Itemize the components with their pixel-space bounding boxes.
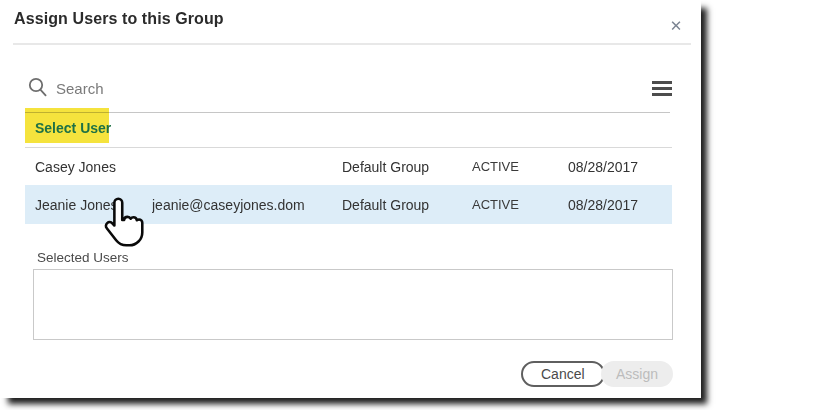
select-user-label: Select User: [35, 120, 111, 136]
hamburger-bar: [652, 87, 672, 90]
user-name: Jeanie Jones: [25, 197, 152, 213]
page: Assign Users to this Group ✕ Select User…: [0, 0, 831, 410]
selected-users-box[interactable]: [33, 269, 673, 340]
user-name: Casey Jones: [25, 159, 152, 175]
user-date: 08/28/2017: [568, 159, 672, 175]
search-icon: [27, 76, 48, 103]
search-input[interactable]: [56, 76, 356, 100]
assign-button[interactable]: Assign: [601, 361, 673, 387]
hamburger-bar: [652, 81, 672, 84]
assign-users-dialog: Assign Users to this Group ✕ Select User…: [0, 0, 701, 398]
table-row-casey-jones[interactable]: Casey Jones Default Group ACTIVE 08/28/2…: [25, 148, 672, 185]
user-status: ACTIVE: [472, 159, 568, 174]
user-group: Default Group: [342, 159, 472, 175]
selected-users-label: Selected Users: [37, 250, 129, 265]
hamburger-bar: [652, 93, 672, 96]
cancel-button[interactable]: Cancel: [521, 361, 605, 387]
header-divider: [13, 43, 691, 45]
close-icon[interactable]: ✕: [664, 14, 688, 38]
user-date: 08/28/2017: [568, 197, 672, 213]
user-email: jeanie@caseyjones.dom: [152, 197, 342, 213]
user-table: Casey Jones Default Group ACTIVE 08/28/2…: [25, 148, 672, 224]
dialog-title: Assign Users to this Group: [14, 10, 224, 28]
search-underline: [25, 112, 670, 113]
user-group: Default Group: [342, 197, 472, 213]
table-row-jeanie-jones[interactable]: Jeanie Jones jeanie@caseyjones.dom Defau…: [25, 185, 672, 224]
user-status: ACTIVE: [472, 197, 568, 212]
hamburger-menu-icon[interactable]: [652, 81, 672, 96]
